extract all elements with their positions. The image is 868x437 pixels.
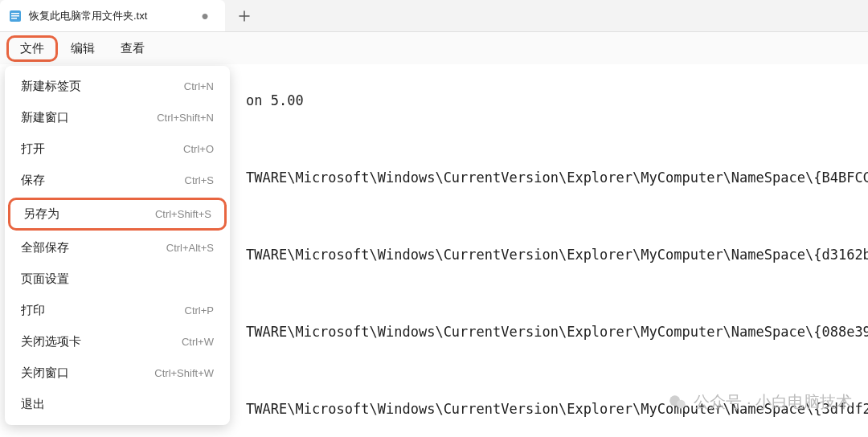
svg-rect-3 [11, 18, 17, 19]
notepad-icon [8, 9, 23, 23]
svg-rect-2 [11, 15, 19, 17]
menu-save-all[interactable]: 全部保存 Ctrl+Alt+S [5, 232, 230, 263]
menu-item-shortcut: Ctrl+Shift+N [157, 112, 214, 124]
menu-item-label: 新建窗口 [21, 110, 69, 125]
menu-item-shortcut: Ctrl+S [185, 174, 214, 186]
menu-item-label: 全部保存 [21, 240, 69, 255]
new-tab-button[interactable] [231, 3, 257, 29]
menu-page-setup[interactable]: 页面设置 [5, 263, 230, 295]
menu-save-as[interactable]: 另存为 Ctrl+Shift+S [8, 198, 227, 231]
tab-bar: 恢复此电脑常用文件夹.txt ● [0, 0, 868, 32]
svg-point-5 [677, 399, 686, 408]
menu-item-label: 另存为 [23, 206, 59, 222]
menu-item-shortcut: Ctrl+N [184, 80, 214, 92]
menu-view[interactable]: 查看 [108, 36, 158, 61]
watermark-text: 公众号 · 小白电脑技术 [694, 391, 852, 413]
menu-item-shortcut: Ctrl+Shift+W [154, 367, 214, 379]
menu-item-label: 关闭选项卡 [21, 334, 81, 349]
menu-edit[interactable]: 编辑 [58, 36, 108, 61]
menu-item-shortcut: Ctrl+O [183, 143, 214, 155]
menu-item-label: 关闭窗口 [21, 366, 69, 381]
menu-bar: 文件 编辑 查看 [0, 32, 868, 64]
wechat-icon [668, 392, 689, 413]
dirty-indicator-icon: ● [198, 9, 212, 23]
content-line: TWARE\Microsoft\Windows\CurrentVersion\E… [246, 313, 868, 352]
menu-item-label: 新建标签页 [21, 79, 81, 94]
menu-close-tab[interactable]: 关闭选项卡 Ctrl+W [5, 326, 230, 357]
watermark: 公众号 · 小白电脑技术 [668, 391, 852, 413]
menu-item-shortcut: Ctrl+P [185, 304, 214, 317]
menu-open[interactable]: 打开 Ctrl+O [5, 133, 230, 165]
menu-close-window[interactable]: 关闭窗口 Ctrl+Shift+W [5, 357, 230, 389]
file-menu-dropdown: 新建标签页 Ctrl+N 新建窗口 Ctrl+Shift+N 打开 Ctrl+O… [5, 66, 230, 425]
tab-active[interactable]: 恢复此电脑常用文件夹.txt ● [0, 0, 225, 31]
menu-new-tab[interactable]: 新建标签页 Ctrl+N [5, 71, 230, 102]
menu-item-shortcut: Ctrl+Shift+S [155, 208, 211, 220]
menu-print[interactable]: 打印 Ctrl+P [5, 295, 230, 326]
menu-item-shortcut: Ctrl+W [182, 336, 214, 348]
menu-file[interactable]: 文件 [6, 35, 58, 62]
content-line: TWARE\Microsoft\Windows\CurrentVersion\E… [246, 159, 868, 198]
tab-title: 恢复此电脑常用文件夹.txt [29, 9, 191, 23]
content-line: TWARE\Microsoft\Windows\CurrentVersion\E… [246, 236, 868, 275]
menu-item-label: 退出 [21, 397, 45, 412]
menu-item-shortcut: Ctrl+Alt+S [166, 242, 214, 254]
menu-item-label: 打印 [21, 303, 45, 318]
menu-item-label: 保存 [21, 173, 45, 188]
menu-item-label: 页面设置 [21, 272, 69, 287]
menu-save[interactable]: 保存 Ctrl+S [5, 165, 230, 196]
svg-rect-1 [11, 13, 19, 14]
content-line: on 5.00 [246, 82, 304, 120]
menu-exit[interactable]: 退出 [5, 389, 230, 420]
menu-new-window[interactable]: 新建窗口 Ctrl+Shift+N [5, 102, 230, 133]
menu-item-label: 打开 [21, 141, 45, 157]
